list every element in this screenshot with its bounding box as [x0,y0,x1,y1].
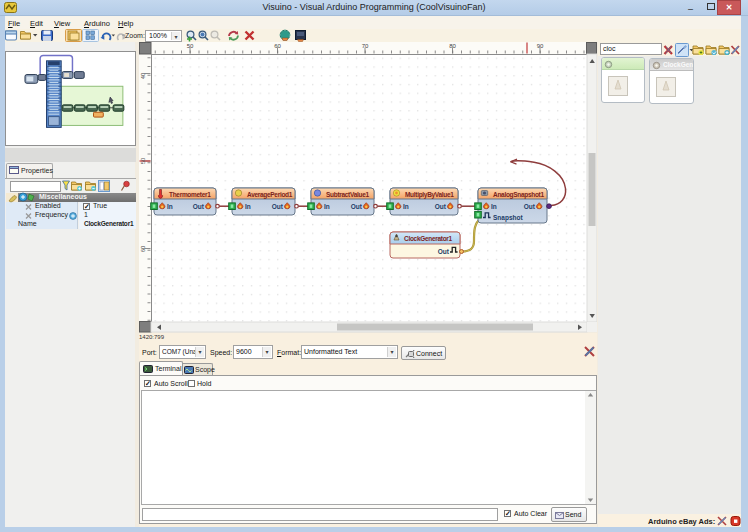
svg-text:90: 90 [537,43,544,49]
svg-text:40: 40 [140,72,146,79]
svg-text:Out: Out [524,203,536,210]
svg-text:Out: Out [435,203,447,210]
svg-text:Out: Out [351,203,363,210]
svg-text:70: 70 [362,43,369,49]
svg-text:Snapshot: Snapshot [493,214,523,222]
svg-text:Out: Out [438,248,450,255]
svg-text:Thermometer1: Thermometer1 [169,191,211,198]
svg-text:AnalogSnapshot1: AnalogSnapshot1 [493,191,544,199]
svg-text:In: In [167,203,173,210]
svg-text:In: In [245,203,251,210]
svg-text:80: 80 [449,43,456,49]
svg-text:MultiplyByValue1: MultiplyByValue1 [405,191,454,199]
svg-text:In: In [324,203,330,210]
svg-text:50: 50 [187,43,194,49]
svg-text:ClockGenerator1: ClockGenerator1 [404,235,453,242]
svg-text:Out: Out [193,203,205,210]
svg-text:60: 60 [274,43,281,49]
svg-text:In: In [403,203,409,210]
svg-text:SubtractValue1: SubtractValue1 [326,191,369,198]
svg-text:60: 60 [140,245,146,252]
svg-text:50: 50 [140,157,146,164]
svg-text:AveragePeriod1: AveragePeriod1 [247,191,293,199]
svg-text:In: In [491,203,497,210]
svg-text:Out: Out [272,203,284,210]
